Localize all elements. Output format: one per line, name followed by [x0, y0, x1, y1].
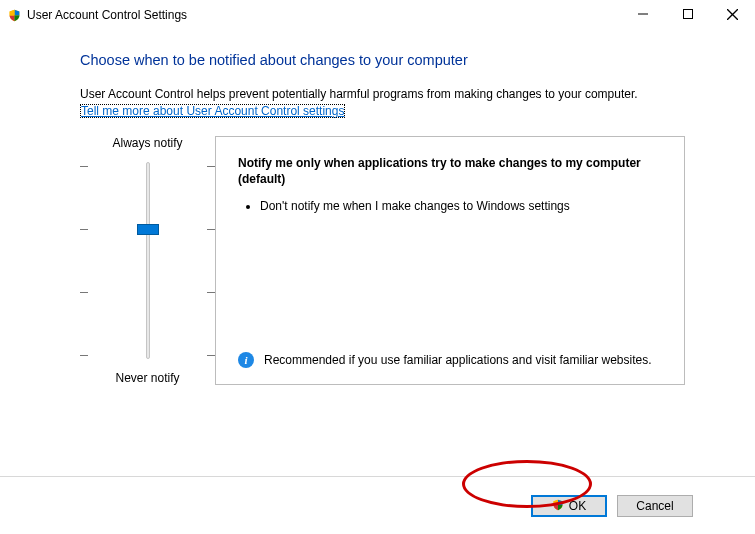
minimize-button[interactable] — [620, 0, 665, 28]
window-title: User Account Control Settings — [27, 8, 620, 22]
slider-bottom-label: Never notify — [80, 371, 215, 385]
info-icon: i — [238, 352, 254, 368]
uac-shield-icon — [552, 499, 565, 512]
info-panel: Notify me only when applications try to … — [215, 136, 685, 385]
dialog-footer: OK Cancel — [0, 476, 755, 534]
cancel-button-label: Cancel — [636, 499, 673, 513]
title-bar: User Account Control Settings — [0, 0, 755, 30]
ok-button-label: OK — [569, 499, 586, 513]
panel-title: Notify me only when applications try to … — [238, 155, 662, 187]
panel-bullet: Don't notify me when I make changes to W… — [260, 198, 662, 214]
maximize-button[interactable] — [665, 0, 710, 28]
uac-shield-icon — [8, 9, 21, 22]
panel-bullets: Don't notify me when I make changes to W… — [242, 198, 662, 218]
help-link[interactable]: Tell me more about User Account Control … — [80, 104, 345, 118]
cancel-button[interactable]: Cancel — [617, 495, 693, 517]
close-button[interactable] — [710, 0, 755, 28]
notification-slider[interactable] — [80, 158, 215, 363]
page-heading: Choose when to be notified about changes… — [80, 52, 685, 68]
ok-button[interactable]: OK — [531, 495, 607, 517]
slider-track — [146, 162, 150, 359]
slider-top-label: Always notify — [80, 136, 215, 150]
slider-thumb[interactable] — [137, 224, 159, 235]
recommendation-text: Recommended if you use familiar applicat… — [264, 352, 652, 368]
page-description: User Account Control helps prevent poten… — [80, 86, 685, 102]
svg-rect-1 — [683, 10, 692, 19]
window-controls — [620, 0, 755, 30]
